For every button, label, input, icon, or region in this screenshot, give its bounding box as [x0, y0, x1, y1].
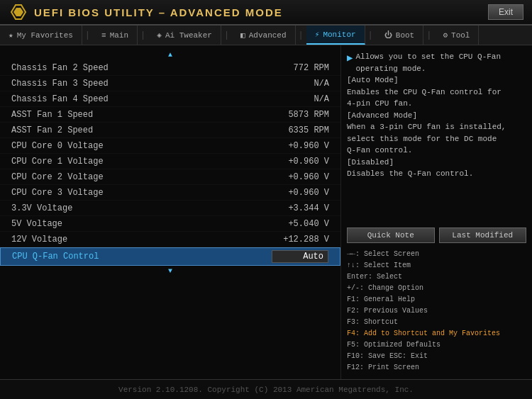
setting-label: ASST Fan 2 Speed: [11, 125, 272, 135]
setting-value: N/A: [272, 79, 329, 89]
nav-sep-1: |: [82, 26, 93, 45]
table-row[interactable]: CPU Core 1 Voltage +0.960 V: [0, 154, 340, 169]
shortcut-item: +/-: Change Option: [347, 283, 526, 294]
footer: Version 2.10.1208. Copyright (C) 2013 Am…: [0, 379, 532, 399]
exit-button[interactable]: Exit: [488, 4, 523, 20]
nav-sep-6: |: [423, 26, 434, 45]
table-row[interactable]: 5V Voltage +5.040 V: [0, 216, 340, 232]
setting-label: 5V Voltage: [11, 219, 272, 229]
table-row[interactable]: CPU Core 0 Voltage +0.960 V: [0, 138, 340, 154]
help-description: ▶ Allows you to set the CPU Q-Fan operat…: [347, 51, 526, 222]
nav-bar: ★ My Favorites | ≡ Main | ◈ Ai Tweaker |…: [0, 26, 532, 45]
setting-label: CPU Core 1 Voltage: [11, 157, 272, 167]
quick-note-button[interactable]: Quick Note: [347, 227, 435, 243]
scroll-down-arrow: ▼: [0, 266, 340, 276]
setting-label: 12V Voltage: [11, 235, 272, 245]
setting-value: +5.040 V: [272, 219, 329, 229]
app-title: UEFI BIOS UTILITY – ADVANCED MODE: [34, 6, 283, 18]
setting-value: +0.960 V: [272, 172, 329, 182]
shortcuts-list: →←: Select Screen ↑↓: Select Item Enter:…: [347, 249, 526, 373]
setting-value: 6335 RPM: [272, 125, 329, 135]
setting-value: 5873 RPM: [272, 110, 329, 120]
nav-sep-4: |: [296, 26, 306, 45]
shortcut-item: F5: Optimized Defaults: [347, 339, 526, 351]
help-panel: ▶ Allows you to set the CPU Q-Fan operat…: [340, 45, 532, 379]
svg-marker-1: [13, 8, 23, 16]
advanced-icon: ◧: [240, 30, 245, 40]
table-row[interactable]: Chassis Fan 4 Speed N/A: [0, 91, 340, 107]
setting-label: 3.3V Voltage: [11, 203, 272, 213]
logo-area: UEFI BIOS UTILITY – ADVANCED MODE: [9, 2, 283, 22]
asus-logo-icon: [9, 2, 28, 22]
setting-value: 772 RPM: [272, 63, 329, 73]
setting-value: +0.960 V: [272, 141, 329, 151]
shortcut-item: F2: Previous Values: [347, 305, 526, 317]
setting-label: ASST Fan 1 Speed: [11, 110, 272, 120]
table-row[interactable]: Chassis Fan 2 Speed 772 RPM: [0, 60, 340, 76]
table-row[interactable]: CPU Core 3 Voltage +0.960 V: [0, 185, 340, 201]
shortcut-item: F3: Shortcut: [347, 317, 526, 328]
shortcut-item: Enter: Select: [347, 271, 526, 283]
nav-main[interactable]: ≡ Main: [93, 26, 138, 45]
tool-icon: ⚙: [443, 30, 448, 40]
setting-value: +3.344 V: [272, 203, 329, 213]
setting-label: Chassis Fan 2 Speed: [11, 63, 272, 73]
setting-value: +0.960 V: [272, 188, 329, 198]
shortcut-item-f4: F4: Add to Shortcut and My Favorites: [347, 328, 526, 339]
nav-sep-5: |: [365, 26, 376, 45]
monitor-icon: ⚡: [315, 30, 320, 39]
last-modified-button[interactable]: Last Modified: [439, 227, 527, 243]
table-row[interactable]: ASST Fan 1 Speed 5873 RPM: [0, 107, 340, 123]
boot-icon: ⏻: [384, 30, 392, 40]
nav-boot[interactable]: ⏻ Boot: [376, 26, 423, 45]
cpu-qfan-label: CPU Q-Fan Control: [12, 252, 272, 262]
table-row[interactable]: 3.3V Voltage +3.344 V: [0, 201, 340, 216]
setting-value: +12.288 V: [272, 235, 329, 245]
nav-ai-tweaker[interactable]: ◈ Ai Tweaker: [148, 26, 221, 45]
cpu-qfan-value[interactable]: Auto: [272, 250, 328, 263]
table-row[interactable]: 12V Voltage +12.288 V: [0, 232, 340, 247]
nav-advanced[interactable]: ◧ Advanced: [232, 26, 295, 45]
nav-tool[interactable]: ⚙ Tool: [434, 26, 479, 45]
table-row[interactable]: CPU Core 2 Voltage +0.960 V: [0, 169, 340, 185]
shortcut-item: →←: Select Screen: [347, 249, 526, 260]
nav-my-favorites[interactable]: ★ My Favorites: [0, 26, 82, 45]
nav-sep-3: |: [221, 26, 232, 45]
shortcut-item: F1: General Help: [347, 294, 526, 305]
main-icon: ≡: [101, 31, 106, 40]
header: UEFI BIOS UTILITY – ADVANCED MODE Exit: [0, 0, 532, 26]
footer-text: Version 2.10.1208. Copyright (C) 2013 Am…: [118, 386, 414, 394]
setting-label: CPU Core 3 Voltage: [11, 188, 272, 198]
setting-value: +0.960 V: [272, 157, 329, 167]
setting-label: CPU Core 0 Voltage: [11, 141, 272, 151]
table-row[interactable]: ASST Fan 2 Speed 6335 RPM: [0, 123, 340, 138]
nav-sep-2: |: [138, 26, 148, 45]
settings-panel: ▲ Chassis Fan 2 Speed 772 RPM Chassis Fa…: [0, 45, 340, 379]
nav-monitor[interactable]: ⚡ Monitor: [306, 26, 365, 45]
setting-label: CPU Core 2 Voltage: [11, 172, 272, 182]
shortcut-item: ↑↓: Select Item: [347, 260, 526, 271]
setting-value: N/A: [272, 94, 329, 104]
main-content: ▲ Chassis Fan 2 Speed 772 RPM Chassis Fa…: [0, 45, 532, 379]
star-icon: ★: [9, 30, 13, 40]
ai-tweaker-icon: ◈: [157, 30, 162, 40]
scroll-up-arrow: ▲: [0, 50, 340, 60]
setting-label: Chassis Fan 4 Speed: [11, 94, 272, 104]
cpu-qfan-control-row[interactable]: CPU Q-Fan Control Auto: [0, 247, 340, 266]
shortcut-item: F12: Print Screen: [347, 362, 526, 373]
shortcut-item: F10: Save ESC: Exit: [347, 351, 526, 362]
scroll-indicator-icon: ▶: [347, 51, 353, 66]
table-row[interactable]: Chassis Fan 3 Speed N/A: [0, 76, 340, 91]
action-buttons-row: Quick Note Last Modified: [347, 227, 526, 243]
setting-label: Chassis Fan 3 Speed: [11, 79, 272, 89]
